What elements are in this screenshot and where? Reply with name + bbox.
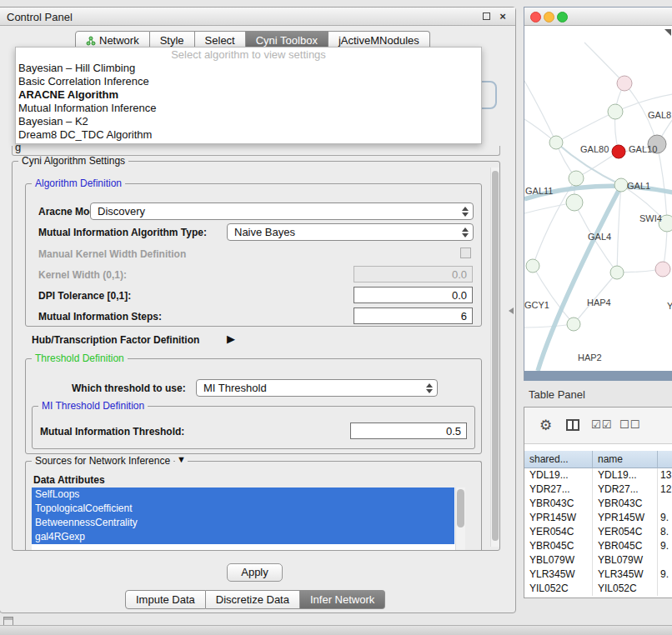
attribute-item-selected[interactable]: gal4RGexp	[32, 530, 454, 544]
network-window-frame[interactable]	[524, 371, 672, 381]
network-node[interactable]	[549, 136, 563, 149]
column-header-extra[interactable]	[658, 451, 672, 468]
cell-value: 8.	[658, 525, 672, 539]
select-all-columns-icon[interactable]: ☑☑	[591, 418, 612, 431]
sources-title[interactable]: Sources for Network Inference	[32, 455, 173, 467]
tab-style-label: Style	[160, 34, 184, 47]
close-traffic-icon[interactable]	[530, 12, 541, 22]
cell-shared-name: YIL052C	[524, 582, 593, 596]
algorithm-option[interactable]: Mutual Information Inference	[16, 102, 481, 115]
algorithm-option[interactable]: Bayesian – K2	[16, 115, 481, 128]
zoom-traffic-icon[interactable]	[557, 12, 568, 22]
cell-shared-name: YDL19...	[524, 468, 593, 482]
network-canvas[interactable]: GAL8... GAL80 GAL10 GAL11 GAL1 SWI4 GAL4…	[524, 26, 672, 371]
table-row[interactable]: YIL052C YIL052C	[524, 582, 672, 596]
kernel-width-label: Kernel Width (0,1):	[38, 269, 127, 281]
attribute-item-selected[interactable]: SelfLoops	[32, 488, 454, 502]
aracne-mode-value: Discovery	[98, 205, 145, 218]
algorithm-option[interactable]: Dream8 DC_TDC Algorithm	[16, 128, 481, 142]
mi-steps-input[interactable]	[354, 308, 473, 324]
manual-kernel-width-checkbox[interactable]	[460, 248, 471, 258]
tab-impute-data-label: Impute Data	[136, 593, 195, 606]
network-node[interactable]	[569, 171, 584, 186]
network-node[interactable]	[614, 178, 628, 192]
network-window-titlebar[interactable]	[524, 8, 672, 26]
network-node[interactable]	[617, 76, 632, 91]
apply-button[interactable]: Apply	[227, 563, 283, 582]
mi-threshold-input[interactable]	[350, 422, 467, 439]
attributes-scrollbar[interactable]	[455, 488, 465, 550]
node-label: GAL4	[588, 232, 611, 242]
control-panel-title: Control Panel	[7, 11, 73, 23]
node-label: HAP2	[578, 352, 602, 362]
attribute-item-selected[interactable]: TopologicalCoefficient	[32, 502, 454, 516]
dpi-tolerance-input[interactable]	[354, 287, 473, 303]
network-node[interactable]	[655, 262, 670, 277]
network-node[interactable]	[567, 318, 580, 331]
network-node[interactable]	[608, 104, 623, 119]
which-threshold-select[interactable]: MI Threshold	[196, 379, 438, 397]
cell-value: 9.	[658, 539, 672, 553]
node-label: GAL11	[525, 186, 553, 196]
table-row[interactable]: YBR045C YBR045C 9.	[524, 539, 672, 553]
network-node[interactable]	[566, 194, 583, 211]
cell-value	[658, 553, 672, 568]
deselect-all-columns-icon[interactable]: ☐☐	[619, 418, 640, 431]
expand-down-icon[interactable]: ▼	[175, 454, 188, 464]
column-header-name[interactable]: name	[593, 451, 658, 468]
table-panel-title: Table Panel	[529, 388, 585, 401]
network-graph[interactable]	[524, 26, 672, 371]
cell-value	[658, 582, 672, 596]
cell-name: YBR045C	[593, 539, 658, 553]
kernel-width-input[interactable]	[354, 266, 473, 282]
which-threshold-value: MI Threshold	[203, 382, 267, 394]
cell-name: YDR27...	[593, 482, 658, 497]
tab-discretize-data[interactable]: Discretize Data	[206, 590, 300, 609]
settings-scrollbar[interactable]	[490, 168, 499, 547]
tab-impute-data[interactable]: Impute Data	[125, 590, 206, 609]
network-node-red[interactable]	[612, 145, 625, 158]
mi-algorithm-type-select[interactable]: Naive Bayes	[227, 223, 474, 241]
float-window-icon[interactable]	[480, 11, 492, 22]
mi-threshold-definition-title: MI Threshold Definition	[38, 400, 148, 412]
splitter-collapse-icon[interactable]	[509, 308, 514, 314]
tab-select-label: Select	[205, 34, 235, 47]
algorithm-option[interactable]: Bayesian – Hill Climbing	[16, 62, 481, 75]
table-toolbar: ⚙ ☑☑ ☐☐	[524, 408, 672, 444]
attribute-item-selected[interactable]: BetweennessCentrality	[32, 516, 454, 530]
column-view-icon[interactable]	[566, 419, 579, 431]
close-window-icon[interactable]: ×	[497, 11, 509, 22]
algorithm-option[interactable]: Basic Correlation Inference	[16, 75, 481, 88]
attributes-scrollbar-thumb[interactable]	[457, 489, 464, 528]
settings-scrollbar-thumb[interactable]	[492, 171, 499, 541]
table-row[interactable]: YDR27... YDR27... 12	[524, 482, 672, 497]
tab-jactivemnodules-label: jActiveMNodules	[339, 34, 419, 47]
network-node[interactable]	[610, 266, 624, 279]
expand-right-icon[interactable]: ▶	[227, 332, 235, 345]
table-row[interactable]: YLR345W YLR345W 9.	[524, 568, 672, 582]
network-node[interactable]	[526, 259, 539, 272]
gear-icon[interactable]: ⚙	[539, 417, 552, 434]
which-threshold-label: Which threshold to use:	[72, 382, 186, 394]
table-row[interactable]: YDL19... YDL19... 13	[524, 468, 672, 482]
table-panel-window: ⚙ ☑☑ ☐☐ shared... name YDL19... YDL19...…	[524, 407, 672, 598]
control-panel-titlebar[interactable]: Control Panel ×	[0, 8, 515, 26]
table-body: YDL19... YDL19... 13 YDR27... YDR27... 1…	[524, 468, 672, 598]
desktop: Control Panel × Network Style Se	[0, 0, 672, 635]
table-row[interactable]: YBR043C YBR043C	[524, 497, 672, 511]
combo-arrows-icon	[426, 383, 433, 393]
cell-shared-name: YLR345W	[524, 568, 593, 582]
combo-arrows-icon	[462, 207, 469, 217]
cell-shared-name: YER054C	[524, 525, 593, 539]
minimize-traffic-icon[interactable]	[544, 12, 554, 22]
table-row[interactable]: YPR145W YPR145W 9.	[524, 511, 672, 525]
data-attributes-label: Data Attributes	[33, 474, 105, 486]
hub-section-label[interactable]: Hub/Transcription Factor Definition	[32, 334, 199, 346]
cell-shared-name: YBL079W	[524, 553, 593, 568]
algorithm-option-selected[interactable]: ARACNE Algorithm	[16, 88, 481, 102]
column-header-shared[interactable]: shared...	[524, 451, 593, 468]
aracne-mode-select[interactable]: Discovery	[90, 202, 474, 220]
tab-infer-network[interactable]: Infer Network	[300, 590, 385, 609]
table-row[interactable]: YER054C YER054C 8.	[524, 525, 672, 539]
table-row[interactable]: YBL079W YBL079W	[524, 553, 672, 568]
